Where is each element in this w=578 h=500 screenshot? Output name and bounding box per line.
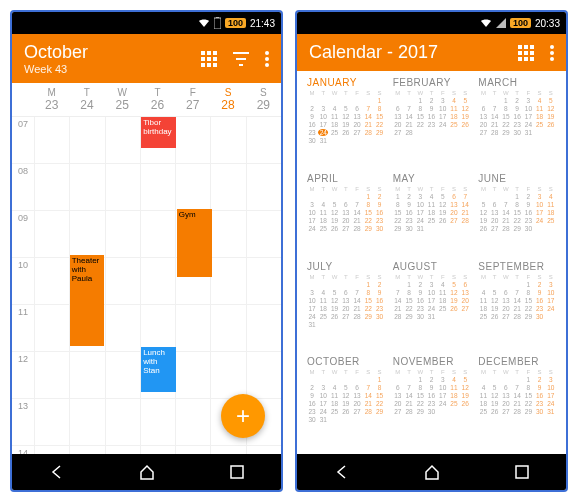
battery-warning-icon — [214, 17, 221, 29]
svg-rect-9 — [516, 466, 528, 478]
day-header[interactable]: F27 — [175, 83, 210, 116]
svg-rect-5 — [231, 466, 243, 478]
day-header[interactable]: T26 — [140, 83, 175, 116]
month-mini[interactable]: NOVEMBERMTWTFSS1234567891011121314151617… — [393, 356, 471, 448]
overflow-menu-icon[interactable] — [550, 45, 554, 61]
day-header[interactable]: W25 — [105, 83, 140, 116]
header-title-block[interactable]: October Week 43 — [24, 42, 201, 75]
calendar-event[interactable]: Gym — [177, 209, 212, 277]
overflow-menu-icon[interactable] — [265, 51, 269, 67]
month-mini[interactable]: JANUARYMTWTFSS12345678910111213141516171… — [307, 77, 385, 169]
header-title-block[interactable]: Calendar - 2017 — [309, 42, 518, 63]
hour-row: 10 — [12, 258, 281, 305]
view-grid-icon[interactable] — [201, 51, 217, 67]
calendar-event[interactable]: Lunch with Stan — [141, 347, 176, 392]
nav-bar — [12, 454, 281, 490]
page-title: October — [24, 42, 201, 63]
filter-icon[interactable] — [233, 52, 249, 66]
back-icon[interactable] — [334, 464, 350, 480]
hour-row: 09 — [12, 211, 281, 258]
wifi-icon — [198, 18, 210, 28]
page-subtitle: Week 43 — [24, 63, 201, 75]
week-day-header: M23T24W25T26F27S28S29 — [12, 83, 281, 117]
month-mini[interactable]: FEBRUARYMTWTFSS1234567891011121314151617… — [393, 77, 471, 169]
week-grid[interactable]: 0708091011121314Tibor birthdayGymTheater… — [12, 117, 281, 454]
month-mini[interactable]: JUNEMTWTFSS12345678910111213141516171819… — [478, 173, 556, 257]
svg-point-3 — [265, 57, 269, 61]
month-mini[interactable]: APRILMTWTFSS1234567891011121314151617181… — [307, 173, 385, 257]
status-bar: 100 21:43 — [12, 12, 281, 34]
day-header[interactable]: M23 — [34, 83, 69, 116]
calendar-event[interactable]: Theater with Paula — [70, 255, 105, 346]
clock: 21:43 — [250, 18, 275, 29]
svg-rect-1 — [216, 17, 219, 18]
month-mini[interactable]: AUGUSTMTWTFSS123456789101112131415161718… — [393, 261, 471, 353]
view-grid-icon[interactable] — [518, 45, 534, 61]
month-mini[interactable]: DECEMBERMTWTFSS1234567891011121314151617… — [478, 356, 556, 448]
year-grid[interactable]: JANUARYMTWTFSS12345678910111213141516171… — [297, 71, 566, 454]
svg-point-4 — [265, 63, 269, 67]
day-header[interactable]: S29 — [246, 83, 281, 116]
month-mini[interactable]: OCTOBERMTWTFSS12345678910111213141516171… — [307, 356, 385, 448]
signal-icon — [496, 18, 506, 28]
battery-level: 100 — [510, 18, 531, 28]
hour-row: 14 — [12, 446, 281, 454]
nav-bar — [297, 454, 566, 490]
back-icon[interactable] — [49, 464, 65, 480]
svg-point-7 — [550, 51, 554, 55]
clock: 20:33 — [535, 18, 560, 29]
svg-rect-0 — [214, 18, 221, 29]
status-bar: 100 20:33 — [297, 12, 566, 34]
month-mini[interactable]: SEPTEMBERMTWTFSS123456789101112131415161… — [478, 261, 556, 353]
svg-point-2 — [265, 51, 269, 55]
app-header: October Week 43 — [12, 34, 281, 83]
hour-row: 11 — [12, 305, 281, 352]
app-header: Calendar - 2017 — [297, 34, 566, 71]
recent-icon[interactable] — [515, 465, 529, 479]
svg-point-6 — [550, 45, 554, 49]
month-mini[interactable]: JULYMTWTFSS12345678910111213141516171819… — [307, 261, 385, 353]
page-title: Calendar - 2017 — [309, 42, 518, 63]
home-icon[interactable] — [139, 464, 155, 480]
wifi-icon — [480, 18, 492, 28]
recent-icon[interactable] — [230, 465, 244, 479]
month-mini[interactable]: MAYMTWTFSS123456789101112131415161718192… — [393, 173, 471, 257]
plus-icon: + — [236, 402, 250, 430]
month-mini[interactable]: MARCHMTWTFSS1234567891011121314151617181… — [478, 77, 556, 169]
day-header[interactable]: T24 — [69, 83, 104, 116]
home-icon[interactable] — [424, 464, 440, 480]
calendar-event[interactable]: Tibor birthday — [141, 117, 176, 148]
phone-week-view: 100 21:43 October Week 43 M23T24W25T26F2… — [10, 10, 283, 492]
phone-year-view: 100 20:33 Calendar - 2017 JANUARYMTWTFSS… — [295, 10, 568, 492]
day-header[interactable]: S28 — [210, 83, 245, 116]
svg-point-8 — [550, 57, 554, 61]
add-event-button[interactable]: + — [221, 394, 265, 438]
battery-level: 100 — [225, 18, 246, 28]
hour-row: 08 — [12, 164, 281, 211]
